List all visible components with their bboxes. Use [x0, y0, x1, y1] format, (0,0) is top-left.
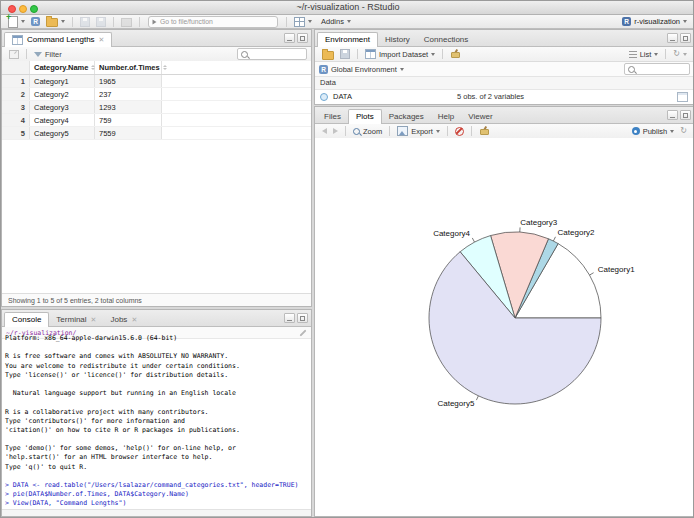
tab-jobs[interactable]: Jobs✕ — [103, 313, 144, 326]
new-project-button[interactable]: R — [28, 16, 43, 28]
pie-chart: Category1Category2Category3Category4Cate… — [315, 138, 694, 516]
column-header-name[interactable]: Category.Name — [30, 61, 95, 74]
pie-label-tick — [590, 273, 594, 275]
tab-history[interactable]: History — [378, 33, 417, 46]
maximize-panel-button[interactable] — [297, 33, 308, 43]
workspace-panes-button[interactable] — [291, 16, 315, 28]
goto-arrow-icon — [153, 19, 157, 24]
chevron-down-icon — [431, 53, 435, 56]
remove-plot-button[interactable] — [452, 125, 467, 137]
packages-tab-label: Packages — [389, 110, 424, 123]
close-tab-icon[interactable]: ✕ — [131, 313, 137, 326]
tab-plots[interactable]: Plots — [348, 109, 382, 124]
save-all-icon — [96, 17, 106, 27]
console-line: 'help.start()' for an HTML browser inter… — [5, 453, 311, 462]
project-name: r-visualization — [634, 17, 680, 26]
r-environment-icon: R — [319, 65, 328, 74]
refresh-environment-button[interactable]: ↻ — [670, 48, 690, 60]
chevron-down-icon — [308, 20, 312, 23]
tab-terminal[interactable]: Terminal✕ — [49, 313, 103, 326]
console-scrollbar[interactable] — [2, 509, 311, 516]
list-icon — [629, 51, 637, 58]
close-tab-icon[interactable]: ✕ — [91, 313, 97, 326]
zoom-plot-button[interactable]: Zoom — [350, 125, 385, 137]
table-row[interactable]: 2Category2237 — [2, 88, 311, 101]
viewer-tabbar: Command Lengths ✕ — [2, 30, 311, 47]
table-cell: Category5 — [30, 127, 95, 139]
project-cube-icon: R — [622, 17, 631, 26]
save-icon — [80, 17, 90, 27]
pie-label-Category4: Category4 — [433, 229, 470, 238]
viewer-search-input[interactable] — [237, 48, 307, 60]
minimize-panel-button[interactable] — [667, 33, 678, 43]
column-header-times[interactable]: Number.of.Times — [95, 61, 162, 74]
sort-icon — [163, 65, 167, 70]
import-dataset-label: Import Dataset — [379, 50, 428, 59]
chevron-down-icon — [347, 20, 351, 23]
previous-plot-button[interactable] — [319, 125, 330, 137]
rownum-header[interactable] — [2, 61, 30, 74]
export-plot-button[interactable]: Export — [394, 125, 443, 137]
tab-connections[interactable]: Connections — [417, 33, 475, 46]
maximize-panel-button[interactable] — [680, 110, 691, 120]
addins-button[interactable]: Addins — [315, 16, 354, 28]
clear-plots-button[interactable] — [476, 125, 491, 137]
table-row[interactable]: 1Category11965 — [2, 75, 311, 88]
history-tab-label: History — [385, 33, 410, 46]
popout-view-button[interactable] — [6, 48, 22, 60]
plots-tab-label: Plots — [356, 110, 374, 124]
back-arrow-icon — [322, 128, 327, 134]
tab-viewer[interactable]: Viewer — [461, 110, 499, 123]
tab-files[interactable]: Files — [317, 110, 348, 123]
save-workspace-button[interactable] — [337, 48, 353, 60]
minimize-panel-button[interactable] — [667, 110, 678, 120]
minimize-panel-button[interactable] — [284, 33, 295, 43]
save-button[interactable] — [77, 16, 93, 28]
tab-console[interactable]: Console — [4, 312, 49, 327]
list-view-button[interactable]: List — [626, 48, 662, 60]
view-table-icon[interactable] — [677, 92, 688, 102]
rstudio-window: ~/r-visualization - RStudio R Go to file… — [0, 0, 694, 518]
refresh-plot-button[interactable]: ↻ — [677, 125, 690, 137]
close-tab-icon[interactable]: ✕ — [99, 33, 105, 47]
console-line: Platform: x86_64-apple-darwin15.6.0 (64-… — [5, 334, 311, 343]
new-file-button[interactable] — [5, 16, 28, 28]
minimize-panel-button[interactable] — [284, 313, 295, 323]
load-workspace-button[interactable] — [319, 48, 337, 60]
tab-packages[interactable]: Packages — [382, 110, 431, 123]
list-label: List — [640, 50, 652, 59]
help-tab-label: Help — [438, 110, 454, 123]
tab-command-lengths[interactable]: Command Lengths ✕ — [4, 32, 112, 47]
maximize-panel-button[interactable] — [297, 313, 308, 323]
table-row[interactable]: 3Category31293 — [2, 101, 311, 114]
publish-button[interactable]: Publish — [629, 125, 678, 137]
scope-label[interactable]: Global Environment — [331, 65, 397, 74]
next-plot-button[interactable] — [330, 125, 341, 137]
tab-help[interactable]: Help — [431, 110, 461, 123]
table-row[interactable]: 4Category4759 — [2, 114, 311, 127]
environment-scope-row: R Global Environment — [315, 62, 694, 77]
import-dataset-button[interactable]: Import Dataset — [362, 48, 438, 60]
table-body: 1Category119652Category22373Category3129… — [2, 75, 311, 140]
environment-search-input[interactable] — [624, 63, 690, 75]
terminal-tab-label: Terminal — [56, 313, 86, 326]
maximize-panel-button[interactable] — [680, 33, 691, 43]
console-output[interactable]: Platform: x86_64-apple-darwin15.6.0 (64-… — [2, 334, 311, 510]
save-all-button[interactable] — [93, 16, 109, 28]
pie-label-tick — [472, 238, 474, 242]
chevron-down-icon — [654, 53, 658, 56]
environment-object-row[interactable]: DATA 5 obs. of 2 variables — [315, 90, 694, 103]
data-table: Category.Name Number.of.Times 1Category1… — [2, 61, 311, 293]
print-button[interactable] — [118, 16, 135, 28]
forward-arrow-icon — [333, 128, 338, 134]
open-file-button[interactable] — [43, 16, 68, 28]
clear-workspace-button[interactable] — [447, 48, 462, 60]
tab-environment[interactable]: Environment — [317, 32, 378, 47]
goto-file-function-input[interactable]: Go to file/function — [148, 16, 278, 28]
console-line: R is a collaborative project with many c… — [5, 408, 311, 417]
project-menu-button[interactable]: R r-visualization — [622, 17, 691, 26]
plot-area: Category1Category2Category3Category4Cate… — [315, 138, 694, 516]
filter-button[interactable]: Filter — [31, 48, 65, 60]
table-row[interactable]: 5Category57559 — [2, 127, 311, 140]
chevron-down-icon — [436, 130, 440, 133]
